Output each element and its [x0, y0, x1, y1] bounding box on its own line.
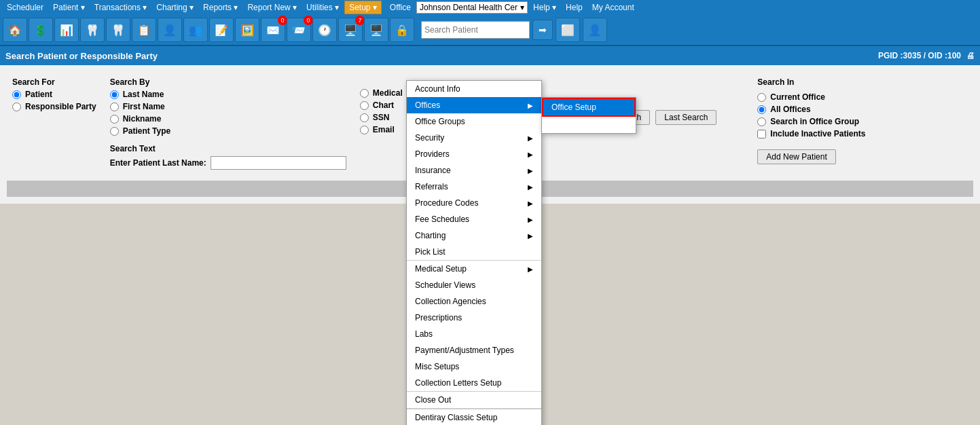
first-name-radio[interactable] — [110, 103, 119, 111]
menu-insurance[interactable]: Insurance ▶ — [407, 162, 541, 179]
office-assignment-item[interactable]: Office Assignment — [542, 117, 636, 133]
office-group-radio[interactable] — [757, 117, 766, 126]
providers-arrow: ▶ — [528, 151, 533, 158]
top-nav: Scheduler Patient ▾ Transactions ▾ Chart… — [0, 0, 980, 15]
search-for-label: Search For — [12, 77, 96, 87]
office-dropdown-arrow: ▾ — [520, 3, 524, 12]
toolbar-clock[interactable]: 🕐 — [312, 18, 337, 42]
last-name-input[interactable] — [211, 156, 346, 170]
misc-setups-label: Misc Setups — [415, 362, 459, 371]
menu-labs[interactable]: Labs — [407, 326, 541, 342]
menu-misc-setups[interactable]: Misc Setups — [407, 358, 541, 375]
menu-close-out[interactable]: Close Out — [407, 391, 541, 409]
menu-prescriptions[interactable]: Prescriptions — [407, 310, 541, 326]
account-info-label: Account Info — [415, 84, 460, 94]
patient-search-button[interactable]: ➡ — [532, 20, 553, 40]
first-name-label: First Name — [123, 102, 165, 111]
toolbar-monitor1[interactable]: 🖥️ 7 — [338, 18, 363, 42]
patient-radio[interactable] — [12, 90, 21, 99]
menu-collection-agencies[interactable]: Collection Agencies — [407, 293, 541, 310]
nav-charting[interactable]: Charting ▾ — [152, 1, 198, 14]
last-name-radio[interactable] — [110, 90, 119, 99]
email-radio[interactable] — [360, 126, 369, 134]
nav-utilities[interactable]: Utilities ▾ — [302, 1, 343, 14]
toolbar-extra1[interactable]: ⬜ — [556, 18, 580, 42]
menu-payment-adjustment[interactable]: Payment/Adjustment Types — [407, 342, 541, 358]
nav-my-account[interactable]: Help — [562, 1, 587, 14]
chart-radio[interactable] — [360, 101, 369, 110]
toolbar-notes[interactable]: 📝 — [209, 18, 234, 42]
toolbar-tooth2[interactable]: 🦷 — [106, 18, 130, 42]
referrals-label: Referrals — [415, 182, 448, 191]
search-text-section: Search Text Enter Patient Last Name: — [110, 144, 346, 170]
toolbar-email1[interactable]: ✉️ 0 — [261, 18, 285, 42]
menu-security[interactable]: Security ▶ — [407, 130, 541, 146]
add-new-patient-button[interactable]: Add New Patient — [757, 149, 835, 164]
nav-transactions[interactable]: Transactions ▾ — [90, 1, 151, 14]
ssn-radio[interactable] — [360, 113, 369, 122]
last-search-button[interactable]: Last Search — [655, 110, 716, 125]
email1-badge: 0 — [278, 16, 287, 25]
menu-medical-setup[interactable]: Medical Setup ▶ — [407, 260, 541, 277]
inactive-patients-checkbox[interactable] — [757, 130, 766, 138]
menu-referrals[interactable]: Referrals ▶ — [407, 179, 541, 195]
menu-dentiray[interactable]: Dentiray Classic Setup — [407, 409, 541, 425]
search-in-label: Search In — [757, 77, 865, 87]
nav-setup[interactable]: Setup ▾ — [344, 1, 382, 14]
office-dropdown[interactable]: Johnson Dental Health Cer ▾ — [416, 1, 528, 14]
menu-pick-list[interactable]: Pick List — [407, 244, 541, 260]
toolbar-home[interactable]: 🏠 — [3, 18, 27, 42]
labs-label: Labs — [415, 329, 433, 339]
patient-type-radio[interactable] — [110, 127, 119, 136]
resp-party-radio[interactable] — [12, 103, 21, 111]
toolbar-image[interactable]: 🖼️ — [235, 18, 259, 42]
toolbar-billing[interactable]: 💲 — [29, 18, 53, 42]
menu-charting[interactable]: Charting ▶ — [407, 227, 541, 244]
patient-search-input[interactable] — [421, 21, 530, 39]
menu-providers[interactable]: Providers ▶ — [407, 146, 541, 162]
nav-report-new[interactable]: Report New ▾ — [243, 1, 301, 14]
pick-list-label: Pick List — [415, 247, 446, 257]
current-office-label: Current Office — [770, 92, 825, 102]
toolbar-user[interactable]: 👤 — [158, 18, 182, 42]
toolbar-users[interactable]: 👥 — [183, 18, 208, 42]
nav-help[interactable]: Help ▾ — [529, 1, 560, 14]
menu-account-info[interactable]: Account Info — [407, 81, 541, 97]
nav-reports[interactable]: Reports ▾ — [199, 1, 242, 14]
menu-scheduler-views[interactable]: Scheduler Views — [407, 277, 541, 293]
current-office-radio[interactable] — [757, 93, 766, 102]
nav-scheduler[interactable]: Scheduler — [3, 1, 48, 14]
office-setup-item[interactable]: Office Setup — [542, 98, 636, 117]
icon-toolbar: 🏠 💲 📊 🦷 🦷 📋 👤 👥 📝 🖼️ ✉️ 0 📨 0 🕐 🖥️ 7 🖥️ … — [0, 15, 980, 46]
ssn-row: SSN — [360, 113, 403, 122]
menu-offices[interactable]: Offices ▶ Office Setup Office Assignment — [407, 97, 541, 113]
current-office-row: Current Office — [757, 92, 865, 102]
medical-radio[interactable] — [360, 89, 369, 98]
medical-setup-label: Medical Setup — [415, 264, 467, 274]
print-icon[interactable]: 🖨 — [966, 51, 975, 60]
menu-collection-letters[interactable]: Collection Letters Setup — [407, 375, 541, 391]
toolbar-tooth1[interactable]: 🦷 — [80, 18, 105, 42]
nav-patient[interactable]: Patient ▾ — [49, 1, 89, 14]
offices-submenu: Office Setup Office Assignment — [541, 97, 636, 134]
menu-procedure-codes[interactable]: Procedure Codes ▶ — [407, 195, 541, 211]
toolbar-extra2[interactable]: 👤 — [583, 18, 607, 42]
search-by-radios: Last Name First Name Nickname Patient Ty… — [110, 90, 346, 136]
nickname-radio[interactable] — [110, 115, 119, 124]
toolbar-lock[interactable]: 🔒 — [390, 18, 414, 42]
office-groups-label: Office Groups — [415, 117, 465, 126]
toolbar-clipboard[interactable]: 📋 — [132, 18, 156, 42]
chart-label: Chart — [373, 100, 394, 110]
menu-office-groups[interactable]: Office Groups — [407, 113, 541, 130]
all-offices-radio[interactable] — [757, 105, 766, 114]
toolbar-monitor2[interactable]: 🖥️ — [364, 18, 388, 42]
nav-logout[interactable]: My Account — [588, 1, 638, 14]
toolbar-reports[interactable]: 📊 — [54, 18, 79, 42]
menu-fee-schedules[interactable]: Fee Schedules ▶ — [407, 211, 541, 227]
search-by-label: Search By — [110, 77, 346, 87]
close-out-label: Close Out — [415, 395, 451, 405]
search-in-radios: Current Office All Offices Search in Off… — [757, 92, 865, 138]
nickname-row: Nickname — [110, 114, 346, 124]
page-title-bar: Search Patient or Responsible Party PGID… — [0, 46, 980, 65]
toolbar-email2[interactable]: 📨 0 — [287, 18, 311, 42]
